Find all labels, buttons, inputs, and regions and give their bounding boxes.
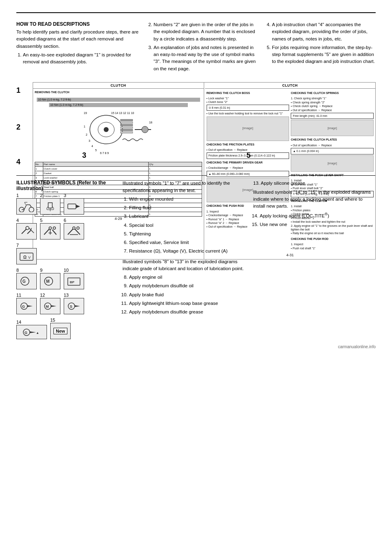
symbols-14-15-intro: Illustrated symbols "14" to "15" in the … [253,189,376,210]
symbol-2-icon [40,198,60,215]
silicone-grease-icon: S [66,300,82,312]
svg-line-35 [52,230,56,235]
svg-rect-5 [120,124,133,126]
brake-fluid-icon: BP [66,275,82,287]
top-right-column: A job instruction chart "4" accompanies … [265,21,376,74]
svg-text:V: V [28,255,31,260]
spec-box-plates: ▲ 0.1 mm (0.004 in) [291,148,374,154]
svg-text:G: G [22,304,25,309]
removing-clutch-label: REMOVING THE CLUTCH [35,90,202,94]
svg-text:S: S [70,304,72,309]
checking-friction-content: • Out of specification → Replace Frictio… [207,148,290,159]
symbol-13-num: 13 [64,293,69,298]
symbol-8-num: 8 [16,268,19,273]
symbol-14-icon: G ▲ [16,325,47,339]
symbol-7-icon: Ω V [16,248,37,264]
svg-rect-6 [120,127,133,128]
svg-text:4: 4 [91,145,93,148]
symbol-10-icon: BP [64,273,84,289]
symbols-row-7: 7 Ω V [16,243,114,264]
middle-list-item-3: An explanation of jobs and notes is pres… [154,44,257,72]
moly-grease-icon: M [42,300,58,312]
svg-text:3: 3 [89,139,90,142]
symbol-9-block: 9 M [40,268,60,289]
right-panel-header: CLUTCH [205,83,376,89]
svg-text:M: M [46,304,49,309]
table-row-2: 2 Gasket 1 [35,171,202,176]
symbol-4-icon [16,223,37,239]
symbol-9-num: 9 [40,268,42,273]
sym-item-5: Tightening [129,231,245,237]
svg-marker-62 [30,331,36,333]
symbol-8-icon: G [16,273,37,289]
spec-box-1: ⊙ 8 mm (0.31 in) [207,105,290,111]
table-row-1: 1 Clutch cover 1 [35,167,202,171]
symbol-15-num: 15 [50,318,55,322]
svg-marker-59 [75,305,80,307]
checking-clutch-plates-content: • Out of specification → Replace ▲ 0.1 m… [291,143,374,154]
svg-text:5: 5 [95,149,97,152]
spec-box-2: Friction plate thickness 2.9–3.1 mm (0.1… [207,152,290,159]
sym-item-1: With engine mounted [129,196,245,203]
service-limit-icon [66,226,82,237]
symbol-5-icon [40,223,60,239]
sym-item-4: Special tool [129,222,245,229]
svg-text:15 14 13 12 11 10: 15 14 13 12 11 10 [111,112,134,114]
motorcycle-icon [18,201,35,212]
symbols-row-11-13: 11 G 12 M [16,293,114,314]
illustrated-symbols-section: ILLUSTRATED SYMBOLS (Refer to the illust… [16,180,376,342]
checking-springs-title: CHECKING THE CLUTCH SPRINGS [291,91,374,95]
svg-rect-8 [120,132,133,133]
symbols-1-7-list: With engine mounted Filling fluid Lubric… [122,196,245,255]
symbol-2-num: 2 [40,193,42,198]
top-rule [16,12,376,13]
top-left-column: HOW TO READ DESCRIPTIONS To help identif… [16,21,139,74]
symbol-10-num: 10 [64,268,69,273]
how-to-read-body: To help identify parts and clarify proce… [16,29,139,65]
sym-item-9: Apply molybdenum disulfide oil [129,282,245,289]
symbol-11-num: 11 [16,293,21,298]
symbol-13-icon: S [64,298,84,314]
symbols-14-15-list: Apply locking agent (LOC-TITE®) Use new … [253,211,376,228]
checking-clutch-plates-title: CHECKING THE CLUTCH PLATES [291,138,374,141]
symbol-10-block: 10 BP [64,268,84,289]
svg-rect-7 [120,129,133,131]
locking-agent-icon: G ▲ [20,327,43,338]
symbol-6-icon [64,223,84,239]
svg-rect-3 [120,119,133,121]
illustrated-left: ILLUSTRATED SYMBOLS (Refer to the illust… [16,180,114,342]
symbol-4-block: 4 [16,218,37,239]
svg-point-2 [104,127,109,132]
middle-list-item-2: Numbers "2" are given in the order of th… [154,21,257,43]
svg-text:Ω: Ω [23,255,27,260]
moly-oil-icon: M [42,275,58,287]
svg-text:6 7 8 9: 6 7 8 9 [100,152,109,154]
sym-item-12: Apply molybdenum disulfide grease [129,309,245,316]
engine-oil-icon: G [18,275,35,287]
how-to-read-paragraph: To help identify parts and clarify proce… [16,29,139,50]
illustrated-right-text: 13. Apply silicone grease Illustrated sy… [253,180,376,228]
symbols-row-1-3: 1 2 [16,193,114,215]
sym-item-8: Apply engine oil [129,274,245,281]
carmanual-logo: carmanualonline.info [338,345,376,349]
symbol-3-block: 3 [64,193,84,215]
spec-row-1: 10 Nm (1.0 m·kg, 7.2 ft·lb) [37,98,200,102]
exploded-diagram-mock: 10 Nm (1.0 m·kg, 7.2 ft·lb) 10 Nm (1.0 m… [35,96,202,160]
sym-item-10: Apply brake fluid [129,291,245,298]
symbol-11-icon: G [16,298,37,314]
table-header-row: No. Part name Q'ty [35,162,202,167]
checking-primary-content: • Cracks/damage → Replace ▲ 60–80 mm (0.… [207,166,290,177]
tightening-icon [42,226,58,237]
symbol-12-block: 12 M [40,293,60,314]
svg-rect-4 [120,122,133,123]
symbol-11-block: 11 G [16,293,37,314]
diagram-num-4: 4 [16,158,20,166]
illustrated-middle-text: Illustrated symbols "1" to "7" are used … [122,180,245,316]
page-container: HOW TO READ DESCRIPTIONS To help identif… [0,0,392,555]
symbol-13-block: 13 S [64,293,84,314]
svg-text:M: M [46,279,49,284]
symbol-7-num: 7 [16,243,19,248]
svg-point-40 [77,227,79,229]
how-to-read-list: An easy-to-see exploded diagram "1" is p… [16,51,139,66]
svg-line-28 [27,231,31,234]
